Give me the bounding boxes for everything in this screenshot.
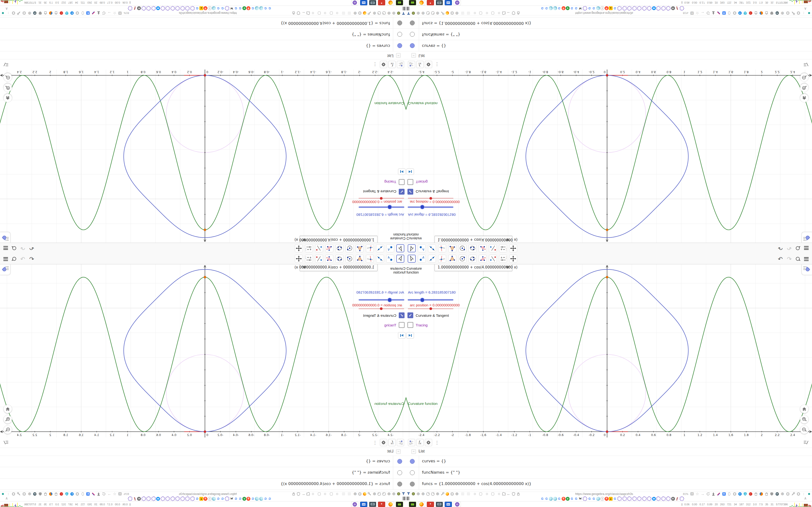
algebra-row-curves[interactable]: curves = {} xyxy=(0,40,406,51)
app-disk-utility[interactable] xyxy=(396,0,403,5)
app-disk-utility[interactable] xyxy=(396,502,403,507)
chevron-up-icon[interactable]: ∧ xyxy=(5,496,8,501)
algebra-row-curves[interactable]: curves = {} xyxy=(406,40,812,51)
visibility-marble[interactable] xyxy=(410,470,415,475)
curvature-tangent-checkbox[interactable]: ✓ xyxy=(407,313,413,318)
double-chevron-up-icon[interactable]: ∧∧ xyxy=(681,503,683,506)
curvature-function-dropdown[interactable]: 1.000000000000 + cos(4.000000000000 x) xyxy=(435,236,512,243)
line-tool-button[interactable] xyxy=(376,255,384,263)
algebra-row-curves[interactable]: curves = {} xyxy=(406,456,812,467)
app-settings-red[interactable]: * xyxy=(427,0,434,5)
skip-to-end-button[interactable] xyxy=(398,332,406,338)
algebra-row-funcnames[interactable]: funcNames = {" "} xyxy=(0,467,406,478)
polygon-tool-button[interactable] xyxy=(448,255,456,263)
zoom-in-button[interactable] xyxy=(800,83,808,92)
move-tool-button[interactable] xyxy=(396,244,404,252)
pause-icon[interactable] xyxy=(407,497,409,500)
algebra-row-funcs[interactable]: funcs = {1.000000000000 + cos(4.00000000… xyxy=(406,17,812,29)
skip-to-end-button[interactable] xyxy=(398,169,406,175)
arc-position-slider-thumb[interactable] xyxy=(380,307,383,310)
app-purple-cat[interactable] xyxy=(351,502,358,507)
undo-button[interactable]: ↶ xyxy=(778,245,783,251)
app-firefox[interactable] xyxy=(387,0,394,5)
app-floppy-64[interactable]: 64 xyxy=(360,502,367,507)
algebra-more-button[interactable]: ⋮ xyxy=(373,440,377,445)
zoom-out-button[interactable] xyxy=(4,73,12,81)
arc-length-slider[interactable] xyxy=(408,207,453,208)
zoom-in-button[interactable] xyxy=(800,415,808,424)
line-tool-button[interactable] xyxy=(376,244,384,252)
arc-length-slider[interactable] xyxy=(359,207,404,208)
algebra-stylebar-button[interactable] xyxy=(3,440,9,446)
move-view-tool-button[interactable] xyxy=(295,255,303,263)
tracing-checkbox[interactable] xyxy=(399,322,405,328)
ellipse-tool-button[interactable] xyxy=(336,244,343,252)
polygon-tool-button[interactable] xyxy=(356,255,364,263)
algebra-row-funcs[interactable]: funcs = {1.000000000000 + cos(4.00000000… xyxy=(0,478,406,490)
list-group-header[interactable]: − List xyxy=(0,51,406,59)
move-view-tool-button[interactable] xyxy=(295,244,303,252)
slider-tool-button[interactable]: a = 2 xyxy=(499,255,507,263)
perpendicular-line-tool-button[interactable] xyxy=(366,255,374,263)
double-chevron-up-icon[interactable]: ∧∧ xyxy=(129,503,131,506)
collapse-icon[interactable]: − xyxy=(411,449,416,454)
algebra-fx-button[interactable]: fx xyxy=(388,61,396,68)
polygon-tool-button[interactable] xyxy=(448,244,456,252)
app-purple-cat[interactable] xyxy=(454,0,461,5)
app-settings-red[interactable]: * xyxy=(378,0,385,5)
visibility-marble[interactable] xyxy=(397,43,402,48)
arc-position-slider-thumb[interactable] xyxy=(429,197,432,200)
graphics-stylebar-button[interactable] xyxy=(0,264,10,275)
redo-button[interactable]: ↷ xyxy=(20,245,25,251)
menu-button[interactable] xyxy=(804,257,809,261)
algebra-fx-button[interactable]: fx xyxy=(388,439,396,446)
graphics-stylebar-button[interactable] xyxy=(802,232,812,243)
search-icon[interactable] xyxy=(12,246,16,250)
curvature-tangent-checkbox[interactable]: ✓ xyxy=(399,189,405,194)
zoom-in-button[interactable] xyxy=(4,83,12,92)
url-text[interactable]: https://www.geogebra.org/classic/aagcxh3… xyxy=(159,11,256,15)
url-text[interactable]: https://www.geogebra.org/classic/aagcxh3… xyxy=(159,492,256,496)
curvature-tangent-checkbox[interactable]: ✓ xyxy=(407,189,413,194)
undo-button[interactable]: ↶ xyxy=(29,245,34,251)
app-purple-cat[interactable] xyxy=(351,0,358,5)
home-button[interactable] xyxy=(4,405,12,413)
point-tool-button[interactable]: A xyxy=(418,255,426,263)
circle-tool-button[interactable] xyxy=(458,255,466,263)
app-purple-cat[interactable] xyxy=(454,502,461,507)
chevron-up-icon[interactable]: ∧ xyxy=(804,6,807,11)
angle-tool-button[interactable]: α xyxy=(325,255,333,263)
graphics-canvas[interactable]: -2.4-2.2-2-1.8-1.6-1.4-1.2-1-0.8-0.6-0.4… xyxy=(406,264,812,438)
move-tool-button[interactable] xyxy=(408,244,416,252)
visibility-marble[interactable] xyxy=(410,20,415,25)
algebra-more-button[interactable]: ⋮ xyxy=(435,62,439,67)
line-tool-button[interactable] xyxy=(428,255,436,263)
ellipse-tool-button[interactable] xyxy=(469,244,476,252)
arc-position-slider[interactable] xyxy=(359,198,404,199)
list-group-header[interactable]: − List xyxy=(406,448,812,456)
point-tool-button[interactable]: A xyxy=(386,255,394,263)
app-firefox[interactable] xyxy=(418,0,425,5)
algebra-row-funcnames[interactable]: funcNames = {" "} xyxy=(406,29,812,40)
polygon-tool-button[interactable] xyxy=(356,244,364,252)
app-settings-red[interactable]: * xyxy=(378,502,385,507)
search-icon[interactable] xyxy=(796,257,800,261)
circle-tool-button[interactable] xyxy=(458,244,466,252)
search-icon[interactable] xyxy=(796,246,800,250)
menu-button[interactable] xyxy=(3,257,8,261)
arc-length-slider[interactable] xyxy=(359,299,404,300)
visibility-marble[interactable] xyxy=(410,482,415,487)
algebra-stylebar-button[interactable] xyxy=(3,61,9,67)
visibility-marble[interactable] xyxy=(397,32,402,37)
visibility-marble[interactable] xyxy=(397,482,402,487)
point-tool-button[interactable]: A xyxy=(418,244,426,252)
app-disk-utility[interactable] xyxy=(409,502,416,507)
curvature-tangent-checkbox[interactable]: ✓ xyxy=(399,313,405,318)
algebra-tree-view-button[interactable] xyxy=(408,61,415,68)
visibility-marble[interactable] xyxy=(410,32,415,37)
app-floppy-64[interactable]: 64 xyxy=(360,0,367,5)
arc-position-slider[interactable] xyxy=(408,308,453,309)
visibility-marble[interactable] xyxy=(397,470,402,475)
angle-tool-button[interactable]: α xyxy=(479,255,487,263)
circle-tool-button[interactable] xyxy=(346,255,354,263)
